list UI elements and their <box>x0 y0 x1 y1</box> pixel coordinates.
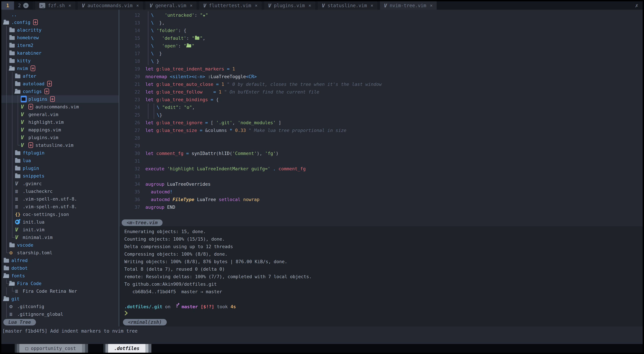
tree-item[interactable]: plugin <box>1 164 119 172</box>
tab-page-1[interactable]: 1 <box>1 1 14 10</box>
tmux-window-label: .dotfiles <box>114 346 140 351</box>
code-token: augroup <box>146 205 164 210</box>
buffer-tab-close-icon[interactable]: × <box>68 3 71 8</box>
code-token <box>230 66 232 71</box>
terminal[interactable]: Enumerating objects: 15, done.Counting o… <box>119 226 643 318</box>
buffer-tab-close-icon[interactable]: × <box>190 3 193 8</box>
code-line: 16\ 'open': "" <box>119 42 643 50</box>
tree-item-label: mappings.vim <box>28 127 61 132</box>
tree-item[interactable]: ≡.luacheckrc <box>1 187 119 195</box>
buffer-tab-close-icon[interactable]: × <box>255 3 258 8</box>
right-column: 12\ 'untracked': "★"13\ },14\ 'folder': … <box>119 10 643 327</box>
prompt-chevron-icon <box>124 311 128 318</box>
code-token: = <box>205 120 208 125</box>
tree-item[interactable]: {}coc-settings.json <box>1 210 119 218</box>
code-text: let g:lua_tree_bindings = { <box>146 96 219 103</box>
buffer-tab[interactable]: Vplugins.vim× <box>264 1 315 10</box>
tree-item[interactable]: autoload+ <box>1 80 119 87</box>
tree-item[interactable]: snippets <box>1 172 119 180</box>
buffer-tab[interactable]: Vgeneral.vim× <box>146 1 196 10</box>
tree-item[interactable]: ≡.vim-spell-en.utf-8. <box>1 195 119 203</box>
buffer-tab-close-icon[interactable]: × <box>371 3 373 8</box>
tree-item[interactable]: .config+ <box>1 18 119 26</box>
tree-item[interactable]: plugins+ <box>1 95 119 103</box>
tmux-window[interactable]: .dotfiles <box>104 344 152 353</box>
tree-item[interactable]: ≡Fira Code Retina Ner <box>1 287 119 295</box>
terminal-line <box>119 295 643 303</box>
tree-item[interactable]: fonts <box>1 272 119 280</box>
segment-fade <box>146 344 148 353</box>
buffer-tab[interactable]: Vstatusline.vim× <box>318 1 377 10</box>
line-number: 28 <box>119 134 146 142</box>
tree-item[interactable]: Vmappings.vim <box>1 126 119 134</box>
code-token: } <box>154 51 162 56</box>
buffer-tab-close-icon[interactable]: × <box>308 3 311 8</box>
tree-item[interactable]: Vinit.vim <box>1 226 119 233</box>
tree-item[interactable]: Vhighlight.vim <box>1 118 119 126</box>
segment-fade <box>85 344 88 353</box>
code-token: " Make lua tree proportional in size <box>249 128 346 133</box>
indent-guide <box>4 95 9 103</box>
tree-item-label: karabiner <box>17 50 42 56</box>
folder-icon <box>15 166 23 170</box>
tree-item[interactable]: dotbot <box>1 264 119 272</box>
tree-item[interactable]: alacritty <box>1 26 119 34</box>
tree-item[interactable]: vscode <box>1 241 119 249</box>
tree-item[interactable]: ⚙starship.toml <box>1 249 119 257</box>
tmux-window[interactable]: □opportunity_cost <box>15 344 88 353</box>
tree-item-label: homebrew <box>17 35 39 40</box>
folder-icon <box>9 35 17 40</box>
line-number: 37 <box>119 203 146 211</box>
tree-item[interactable]: iterm2 <box>1 41 119 49</box>
indent-guide <box>15 110 21 118</box>
tab-separator <box>32 1 35 10</box>
folder-icon <box>4 258 11 263</box>
history-back-icon[interactable]: ← <box>23 3 28 8</box>
tree-item[interactable]: alfred <box>1 257 119 264</box>
code-line: 36 autocmd FileType LuaTree setlocal now… <box>119 196 643 203</box>
buffer-tab-close-icon[interactable]: × <box>430 3 432 8</box>
tree-item[interactable]: Vgeneral.vim <box>1 110 119 118</box>
tree-item[interactable]: homebrew <box>1 34 119 41</box>
buffer-tab[interactable]: Vautocommands.vim× <box>78 1 143 10</box>
indent-guide <box>15 134 21 141</box>
tree-item[interactable]: .. <box>1 11 119 18</box>
tree-item[interactable]: lua <box>1 157 119 164</box>
text-file-icon: ≡ <box>9 311 17 317</box>
tree-item[interactable]: ⚙.gitconfig <box>1 303 119 310</box>
buffer-tab-close-icon[interactable]: × <box>136 3 139 8</box>
folder-open-icon <box>9 281 17 286</box>
prompt-branch: master <box>182 303 201 311</box>
close-all-icon[interactable]: ✗ <box>631 2 643 9</box>
folder-icon-shape <box>9 28 15 32</box>
tree-item[interactable]: V+statusline.vim <box>1 141 119 149</box>
tree-item[interactable]: V+autocommands.vim <box>1 103 119 110</box>
code-token: <CR> <box>246 74 257 79</box>
code-token: = <box>200 128 202 133</box>
tree-item-label: dotbot <box>11 266 28 271</box>
buffer-tab[interactable]: >_fzf.sh× <box>35 1 75 10</box>
tree-item[interactable]: ftplugin <box>1 149 119 157</box>
tree-item[interactable]: karabiner <box>1 49 119 57</box>
tree-item[interactable]: init.lua <box>1 218 119 226</box>
code-token <box>189 151 192 156</box>
tree-item[interactable]: configs+ <box>1 87 119 95</box>
editor[interactable]: 12\ 'untracked': "★"13\ },14\ 'folder': … <box>119 10 643 219</box>
tab-page-2[interactable]: 2 ← <box>14 1 32 10</box>
tree-item[interactable]: kitty <box>1 57 119 64</box>
tree-item[interactable]: after <box>1 72 119 80</box>
code-token <box>164 166 167 171</box>
tree-item[interactable]: Vminimal.vim <box>1 233 119 241</box>
tree-item[interactable]: V.gvimrc <box>1 180 119 187</box>
tree-item[interactable]: ≡.gitignore_global <box>1 310 119 318</box>
buffer-tab[interactable]: Vfluttertest.vim× <box>199 1 262 10</box>
tree-item[interactable]: Fira Code <box>1 280 119 287</box>
tree-item[interactable]: git <box>1 295 119 303</box>
tree-item[interactable]: Vplugins.vim <box>1 134 119 141</box>
indent-guide <box>4 126 9 134</box>
buffer-tab[interactable]: Vnvim-tree.vim× <box>380 1 437 10</box>
tree-item[interactable]: ≡.vim-spell-en.utf-8. <box>1 203 119 210</box>
code-token <box>232 128 235 133</box>
code-token: <silent><c-n> <box>170 74 205 79</box>
tree-item[interactable]: nvim+ <box>1 64 119 72</box>
